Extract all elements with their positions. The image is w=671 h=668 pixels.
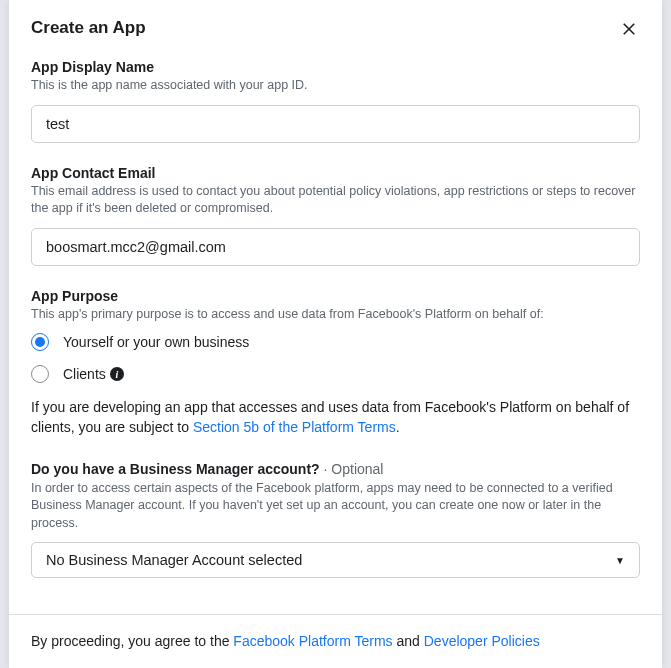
app-contact-email-input[interactable] bbox=[31, 228, 640, 266]
app-display-name-desc: This is the app name associated with you… bbox=[31, 77, 640, 95]
developer-policies-link[interactable]: Developer Policies bbox=[424, 633, 540, 649]
platform-terms-5b-link[interactable]: Section 5b of the Platform Terms bbox=[193, 419, 396, 435]
create-app-modal: Create an App App Display Name This is t… bbox=[9, 0, 662, 668]
info-icon[interactable]: i bbox=[110, 367, 124, 381]
agreement-text: By proceeding, you agree to the Facebook… bbox=[9, 615, 662, 649]
business-manager-optional: · Optional bbox=[320, 461, 384, 477]
chevron-down-icon: ▼ bbox=[615, 555, 625, 566]
app-display-name-section: App Display Name This is the app name as… bbox=[31, 59, 640, 143]
radio-clients-label: Clients bbox=[63, 366, 106, 382]
business-manager-section: Do you have a Business Manager account? … bbox=[31, 460, 640, 579]
business-manager-label: Do you have a Business Manager account? bbox=[31, 461, 320, 477]
radio-yourself-label: Yourself or your own business bbox=[63, 334, 249, 350]
app-contact-email-label: App Contact Email bbox=[31, 165, 640, 181]
app-display-name-input[interactable] bbox=[31, 105, 640, 143]
close-icon bbox=[620, 20, 638, 38]
app-purpose-desc: This app's primary purpose is to access … bbox=[31, 306, 640, 324]
app-display-name-label: App Display Name bbox=[31, 59, 640, 75]
radio-yourself[interactable] bbox=[31, 333, 49, 351]
close-button[interactable] bbox=[618, 18, 640, 45]
purpose-note-suffix: . bbox=[396, 419, 400, 435]
app-contact-email-section: App Contact Email This email address is … bbox=[31, 165, 640, 266]
purpose-option-clients[interactable]: Clients i bbox=[31, 365, 640, 383]
modal-title: Create an App bbox=[31, 18, 146, 38]
agree-prefix: By proceeding, you agree to the bbox=[31, 633, 233, 649]
app-purpose-section: App Purpose This app's primary purpose i… bbox=[31, 288, 640, 438]
app-purpose-label: App Purpose bbox=[31, 288, 640, 304]
modal-body: App Display Name This is the app name as… bbox=[9, 49, 662, 578]
platform-terms-link[interactable]: Facebook Platform Terms bbox=[233, 633, 392, 649]
app-contact-email-desc: This email address is used to contact yo… bbox=[31, 183, 640, 218]
purpose-option-yourself[interactable]: Yourself or your own business bbox=[31, 333, 640, 351]
business-manager-dropdown[interactable]: No Business Manager Account selected ▼ bbox=[31, 542, 640, 578]
purpose-note: If you are developing an app that access… bbox=[31, 397, 640, 438]
agree-mid: and bbox=[393, 633, 424, 649]
modal-header: Create an App bbox=[9, 0, 662, 49]
business-manager-selected: No Business Manager Account selected bbox=[46, 552, 302, 568]
business-manager-desc: In order to access certain aspects of th… bbox=[31, 480, 640, 533]
radio-clients[interactable] bbox=[31, 365, 49, 383]
modal-footer: ‹ Back Create App bbox=[9, 649, 662, 668]
